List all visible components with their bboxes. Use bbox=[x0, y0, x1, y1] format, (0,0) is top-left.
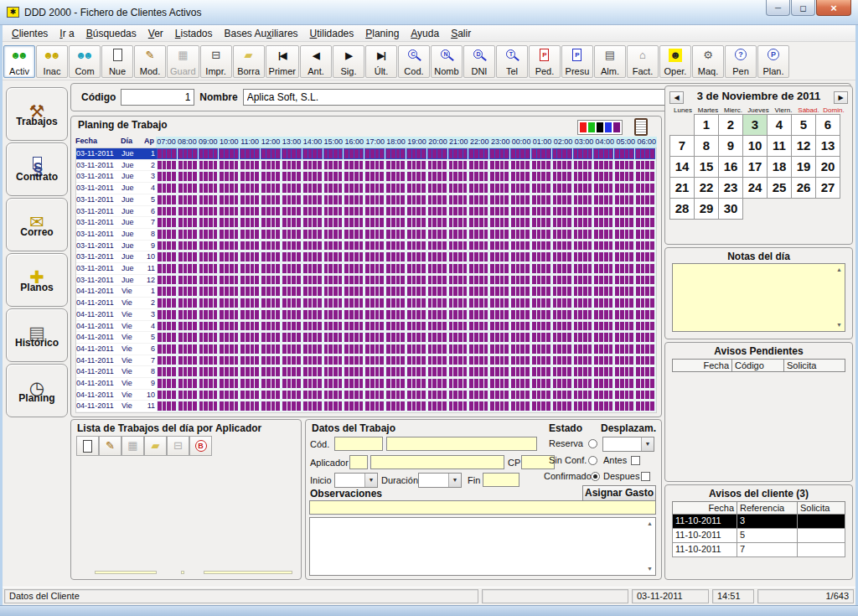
hour-cell[interactable] bbox=[614, 390, 635, 401]
hour-cell[interactable] bbox=[178, 148, 199, 159]
hour-cell[interactable] bbox=[531, 183, 552, 194]
hour-cell[interactable] bbox=[489, 332, 510, 343]
hour-cell[interactable] bbox=[593, 171, 614, 182]
hour-cell[interactable] bbox=[552, 355, 573, 366]
reserva-radio[interactable] bbox=[588, 439, 597, 448]
hour-cell[interactable] bbox=[573, 217, 594, 228]
calendar-day[interactable]: 29 bbox=[694, 198, 719, 220]
hour-cell[interactable] bbox=[427, 241, 448, 251]
hour-cell[interactable] bbox=[573, 275, 594, 286]
hour-cell[interactable] bbox=[635, 194, 656, 205]
planning-row[interactable]: 03-11-2011Jue1 bbox=[76, 148, 656, 160]
hour-cell[interactable] bbox=[614, 401, 635, 412]
hour-cell[interactable] bbox=[614, 251, 635, 262]
hour-cell[interactable] bbox=[448, 148, 469, 159]
hour-cell[interactable] bbox=[282, 263, 302, 274]
hour-cell[interactable] bbox=[635, 321, 656, 332]
hour-cell[interactable] bbox=[531, 148, 552, 159]
hour-cell[interactable] bbox=[552, 263, 573, 274]
hour-cell[interactable] bbox=[302, 183, 323, 194]
sidebar-item-histórico[interactable]: ▤Histórico bbox=[6, 308, 68, 362]
hour-cell[interactable] bbox=[344, 298, 364, 308]
hour-cell[interactable] bbox=[385, 183, 406, 194]
hour-cell[interactable] bbox=[364, 401, 385, 412]
hour-cell[interactable] bbox=[261, 217, 282, 228]
hour-cell[interactable] bbox=[219, 206, 240, 217]
hour-cell[interactable] bbox=[406, 286, 427, 297]
hour-cell[interactable] bbox=[157, 366, 178, 377]
hour-cell[interactable] bbox=[344, 378, 364, 389]
hour-cell[interactable] bbox=[323, 298, 344, 308]
hour-cell[interactable] bbox=[448, 401, 469, 412]
hour-cell[interactable] bbox=[219, 344, 240, 355]
table-row[interactable]: 11-10-20117 bbox=[672, 543, 845, 557]
hour-cell[interactable] bbox=[323, 217, 344, 228]
hour-cell[interactable] bbox=[364, 309, 385, 320]
hour-cell[interactable] bbox=[157, 275, 178, 286]
hour-cell[interactable] bbox=[593, 194, 614, 205]
hour-cell[interactable] bbox=[344, 401, 364, 412]
menu-ver[interactable]: Ver bbox=[142, 26, 169, 41]
hour-cell[interactable] bbox=[427, 332, 448, 343]
notas-textarea[interactable]: ▲ ▼ bbox=[672, 263, 845, 332]
hour-cell[interactable] bbox=[635, 298, 656, 308]
hour-cell[interactable] bbox=[219, 286, 240, 297]
hour-cell[interactable] bbox=[531, 171, 552, 182]
hour-cell[interactable] bbox=[282, 160, 302, 171]
hour-cell[interactable] bbox=[261, 378, 282, 389]
hour-cell[interactable] bbox=[178, 355, 199, 366]
hour-cell[interactable] bbox=[531, 263, 552, 274]
hour-cell[interactable] bbox=[364, 241, 385, 251]
hour-cell[interactable] bbox=[573, 194, 594, 205]
hour-cell[interactable] bbox=[468, 251, 489, 262]
hour-cell[interactable] bbox=[552, 229, 573, 240]
planning-row[interactable]: 04-11-2011Vie9 bbox=[76, 378, 656, 390]
hour-cell[interactable] bbox=[406, 321, 427, 332]
hour-cell[interactable] bbox=[427, 366, 448, 377]
hour-cell[interactable] bbox=[427, 194, 448, 205]
hour-cell[interactable] bbox=[406, 183, 427, 194]
hour-cell[interactable] bbox=[427, 321, 448, 332]
hour-cell[interactable] bbox=[531, 206, 552, 217]
hour-cell[interactable] bbox=[448, 251, 469, 262]
toolbar-oper-button[interactable]: ☻Oper. bbox=[659, 45, 691, 78]
hour-cell[interactable] bbox=[178, 275, 199, 286]
hour-cell[interactable] bbox=[573, 206, 594, 217]
hour-cell[interactable] bbox=[593, 160, 614, 171]
hour-cell[interactable] bbox=[323, 241, 344, 251]
hour-cell[interactable] bbox=[635, 275, 656, 286]
hour-cell[interactable] bbox=[261, 160, 282, 171]
cod-field[interactable] bbox=[334, 437, 383, 451]
hour-cell[interactable] bbox=[489, 275, 510, 286]
hour-cell[interactable] bbox=[240, 378, 261, 389]
hour-cell[interactable] bbox=[261, 275, 282, 286]
hour-cell[interactable] bbox=[199, 286, 220, 297]
antes-checkbox[interactable] bbox=[631, 456, 640, 465]
hour-cell[interactable] bbox=[489, 366, 510, 377]
hour-cell[interactable] bbox=[510, 401, 531, 412]
hour-cell[interactable] bbox=[531, 286, 552, 297]
hour-cell[interactable] bbox=[302, 217, 323, 228]
hour-cell[interactable] bbox=[635, 206, 656, 217]
toolbar-com-button[interactable]: ☻☻Com bbox=[69, 45, 101, 78]
hour-cell[interactable] bbox=[593, 217, 614, 228]
table-row[interactable]: 11-10-20115 bbox=[672, 529, 845, 543]
hour-cell[interactable] bbox=[406, 160, 427, 171]
hour-cell[interactable] bbox=[427, 390, 448, 401]
hour-cell[interactable] bbox=[510, 241, 531, 251]
hour-cell[interactable] bbox=[510, 148, 531, 159]
aplicador-field[interactable] bbox=[349, 455, 368, 469]
planning-row[interactable]: 04-11-2011Vie4 bbox=[76, 321, 656, 333]
chevron-down-icon[interactable]: ▼ bbox=[448, 474, 461, 487]
hour-cell[interactable] bbox=[635, 309, 656, 320]
hour-cell[interactable] bbox=[199, 390, 220, 401]
hour-cell[interactable] bbox=[385, 321, 406, 332]
hour-cell[interactable] bbox=[448, 241, 469, 251]
menu-listados[interactable]: Listados bbox=[169, 26, 219, 41]
planning-row[interactable]: 04-11-2011Vie7 bbox=[76, 355, 656, 367]
hour-cell[interactable] bbox=[385, 206, 406, 217]
hour-cell[interactable] bbox=[261, 241, 282, 251]
hour-cell[interactable] bbox=[302, 194, 323, 205]
hour-cell[interactable] bbox=[364, 183, 385, 194]
hour-cell[interactable] bbox=[593, 378, 614, 389]
